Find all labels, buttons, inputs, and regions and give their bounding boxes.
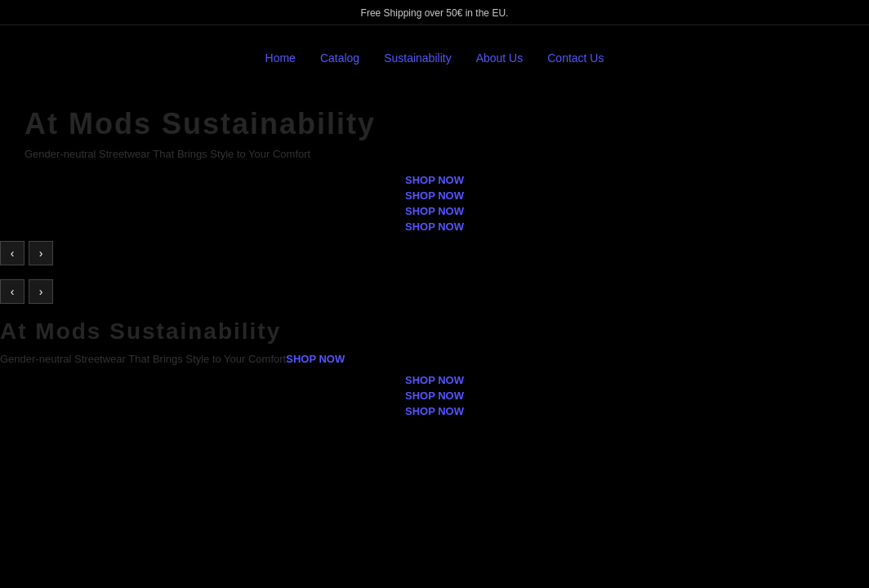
carousel-controls-2: ‹ › (0, 279, 869, 304)
hero-title-1: At Mods Sustainability (0, 107, 869, 141)
shop-now-btn-2-1[interactable]: SHOP NOW (0, 388, 869, 403)
shop-now-btn-1-1[interactable]: SHOP NOW (0, 188, 869, 203)
hero-subtitle-2: Gender-neutral Streetwear That Brings St… (0, 353, 286, 365)
shop-now-inline[interactable]: SHOP NOW (286, 353, 345, 365)
shop-now-btn-1-0[interactable]: SHOP NOW (0, 172, 869, 188)
hero-section-2: At Mods Sustainability Gender-neutral St… (0, 310, 869, 427)
main-nav: Home Catalog Sustainability About Us Con… (265, 51, 604, 65)
banner-text: Free Shipping over 50€ in the EU. (361, 7, 509, 19)
carousel-controls-1: ‹ › (0, 241, 869, 265)
shop-now-btn-2-0[interactable]: SHOP NOW (0, 372, 869, 388)
shop-now-btn-2-2[interactable]: SHOP NOW (0, 403, 869, 419)
header: Home Catalog Sustainability About Us Con… (0, 25, 869, 91)
hero-subtitle-1: Gender-neutral Streetwear That Brings St… (0, 148, 869, 160)
shop-now-btn-1-2[interactable]: SHOP NOW (0, 203, 869, 219)
shop-now-buttons-1: SHOP NOW SHOP NOW SHOP NOW SHOP NOW (0, 172, 869, 234)
nav-contact[interactable]: Contact Us (547, 51, 604, 65)
nav-catalog[interactable]: Catalog (320, 51, 359, 65)
hero-title-2: At Mods Sustainability (0, 318, 869, 345)
carousel-next-1[interactable]: › (29, 241, 53, 265)
nav-sustainability[interactable]: Sustainability (384, 51, 452, 65)
carousel-prev-1[interactable]: ‹ (0, 241, 25, 265)
nav-about[interactable]: About Us (476, 51, 524, 65)
shop-now-buttons-2: SHOP NOW SHOP NOW SHOP NOW (0, 372, 869, 419)
hero-subtitle-row-2: Gender-neutral Streetwear That Brings St… (0, 351, 869, 366)
carousel-prev-2[interactable]: ‹ (0, 279, 25, 304)
top-banner: Free Shipping over 50€ in the EU. (0, 0, 869, 25)
hero-section-1: At Mods Sustainability Gender-neutral St… (0, 91, 869, 278)
shop-now-btn-1-3[interactable]: SHOP NOW (0, 219, 869, 234)
nav-home[interactable]: Home (265, 51, 296, 65)
carousel-next-2[interactable]: › (29, 279, 53, 304)
